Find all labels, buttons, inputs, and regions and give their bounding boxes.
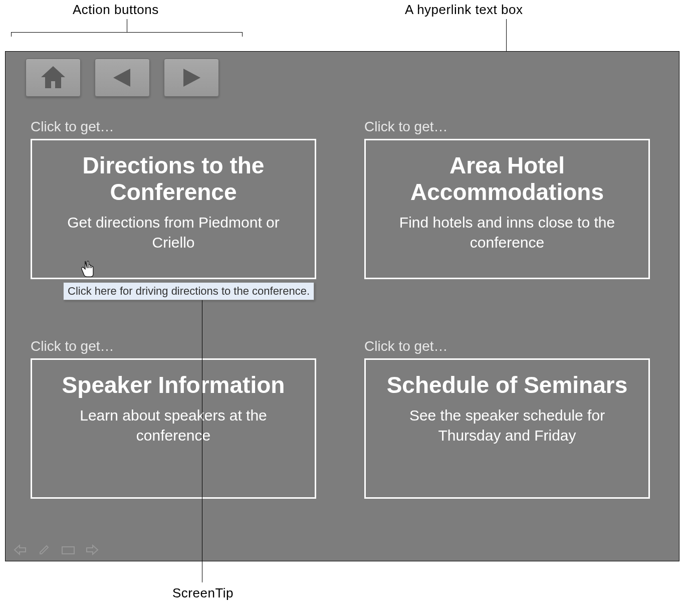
slide-area: Click to get… Directions to the Conferen… <box>5 51 679 561</box>
card-label: Click to get… <box>364 338 650 354</box>
card-group-schedule: Click to get… Schedule of Seminars See t… <box>364 338 650 499</box>
hyperlink-box-directions[interactable]: Directions to the Conference Get directi… <box>31 139 316 279</box>
screentip-tooltip: Click here for driving directions to the… <box>63 282 314 300</box>
slideshow-menu-button[interactable] <box>61 544 76 556</box>
svg-marker-1 <box>113 69 130 87</box>
slideshow-next-button[interactable] <box>85 544 100 556</box>
action-button-bar <box>26 59 219 97</box>
slideshow-pen-button[interactable] <box>37 544 52 556</box>
card-desc: Learn about speakers at the conference <box>47 405 300 446</box>
callout-line-screentip <box>202 299 202 582</box>
svg-marker-0 <box>41 66 65 88</box>
slide-menu-icon <box>61 545 75 555</box>
card-title: Speaker Information <box>47 372 300 398</box>
annotation-hyperlink-box: A hyperlink text box <box>405 2 523 18</box>
card-label: Click to get… <box>31 119 316 135</box>
card-title: Schedule of Seminars <box>381 372 633 398</box>
callout-bracket-action-buttons <box>11 32 243 33</box>
forward-action-button[interactable] <box>164 59 219 97</box>
callout-line-action-buttons <box>127 19 127 32</box>
hyperlink-box-hotel[interactable]: Area Hotel Accommodations Find hotels an… <box>364 139 650 279</box>
hyperlink-box-speaker[interactable]: Speaker Information Learn about speakers… <box>31 358 316 499</box>
card-label: Click to get… <box>364 119 650 135</box>
annotation-action-buttons: Action buttons <box>73 2 159 18</box>
card-title: Directions to the Conference <box>47 152 300 206</box>
svg-rect-3 <box>62 547 74 554</box>
home-icon <box>39 65 67 90</box>
triangle-right-icon <box>179 67 203 89</box>
annotation-screentip: ScreenTip <box>172 585 234 601</box>
slideshow-prev-button[interactable] <box>13 544 28 556</box>
card-desc: Get directions from Piedmont or Criello <box>47 213 300 253</box>
card-group-speaker: Click to get… Speaker Information Learn … <box>31 338 316 499</box>
slideshow-controls <box>13 544 100 556</box>
home-action-button[interactable] <box>26 59 81 97</box>
svg-marker-2 <box>183 69 200 87</box>
triangle-left-icon <box>110 67 134 89</box>
card-desc: Find hotels and inns close to the confer… <box>381 213 633 253</box>
arrow-left-outline-icon <box>14 544 27 555</box>
hyperlink-box-schedule[interactable]: Schedule of Seminars See the speaker sch… <box>364 358 650 499</box>
card-group-hotel: Click to get… Area Hotel Accommodations … <box>364 119 650 279</box>
card-label: Click to get… <box>31 338 316 354</box>
pen-icon <box>39 544 50 555</box>
card-group-directions: Click to get… Directions to the Conferen… <box>31 119 316 279</box>
back-action-button[interactable] <box>95 59 150 97</box>
card-desc: See the speaker schedule for Thursday an… <box>381 405 633 446</box>
cursor-hand-icon <box>81 260 95 279</box>
card-title: Area Hotel Accommodations <box>381 152 633 206</box>
arrow-right-outline-icon <box>86 544 99 555</box>
